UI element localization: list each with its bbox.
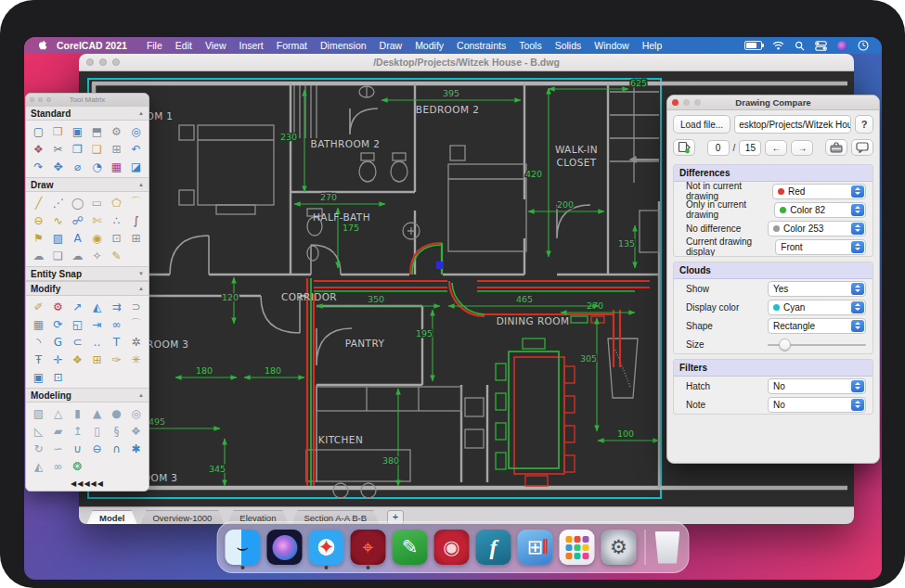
menu-item-dimension[interactable]: Dimension xyxy=(320,40,367,51)
section-collapse-icon[interactable]: ▲ xyxy=(138,110,144,116)
points-tool-icon[interactable]: ∴ xyxy=(107,211,126,229)
shape-popup[interactable]: Rectangle xyxy=(768,318,866,334)
print-setup-tool-icon[interactable]: ⚙ xyxy=(107,122,126,140)
menu-item-window[interactable]: Window xyxy=(594,40,628,51)
menu-item-solids[interactable]: Solids xyxy=(555,40,582,51)
redo-tool-icon[interactable]: ↷ xyxy=(29,158,48,175)
purge-tool-icon[interactable]: ⚙ xyxy=(48,298,68,315)
check-solid-tool-icon[interactable]: ❂ xyxy=(68,457,87,475)
deselect-box-tool-icon[interactable]: ⊡ xyxy=(48,368,68,386)
no-difference-popup[interactable]: Color 253 xyxy=(768,221,866,236)
comment-button[interactable] xyxy=(851,139,873,156)
menu-item-edit[interactable]: Edit xyxy=(175,40,192,51)
freeform-shape-tool-icon[interactable]: ✧ xyxy=(87,247,107,264)
sketch-tool-icon[interactable]: ✎ xyxy=(107,247,126,264)
loft-tool-icon[interactable]: ▯ xyxy=(87,422,107,440)
siri-icon[interactable] xyxy=(267,530,303,565)
menu-item-draw[interactable]: Draw xyxy=(380,40,403,51)
fillet-tool-icon[interactable]: ◝ xyxy=(29,333,48,351)
tab-overview-1000[interactable]: Overview-1000 xyxy=(139,510,225,524)
settings-icon[interactable]: ⚙ xyxy=(601,530,637,565)
edit-polyline-tool-icon[interactable]: ✑ xyxy=(107,351,126,368)
move-tool-icon[interactable]: ↗ xyxy=(68,298,87,315)
menu-item-insert[interactable]: Insert xyxy=(239,40,263,51)
rotate-tool-icon[interactable]: ⟳ xyxy=(48,315,68,333)
menu-item-help[interactable]: Help xyxy=(642,40,663,51)
corel-designer-icon[interactable]: ✎ xyxy=(393,530,428,565)
trim-tool-icon[interactable]: G xyxy=(48,333,68,351)
save-tool-icon[interactable]: ▣ xyxy=(68,122,87,140)
only-in-current-drawing-popup[interactable]: Color 82 xyxy=(774,202,866,218)
ellipse-tool-icon[interactable]: ⊖ xyxy=(29,211,48,229)
next-difference-button[interactable]: → xyxy=(791,140,813,156)
edit-arc-tool-icon[interactable]: ⌒ xyxy=(126,315,146,333)
section-collapse-icon[interactable]: ▲ xyxy=(138,286,144,291)
app-menu-title[interactable]: CorelCAD 2021 xyxy=(57,40,127,51)
compare-file-path-field[interactable]: esktop/Projects/Witzek House - A.dwg xyxy=(734,115,851,134)
menu-item-format[interactable]: Format xyxy=(277,40,307,51)
section-collapse-icon[interactable]: ▲ xyxy=(138,182,144,187)
section-header-standard[interactable]: Standard▲ xyxy=(26,106,149,121)
erase-tool-icon[interactable]: ✐ xyxy=(29,298,48,315)
cut-tool-icon[interactable]: ✂ xyxy=(48,140,68,158)
freehand-tool-icon[interactable]: ∫ xyxy=(126,211,146,229)
section-header-draw[interactable]: Draw▲ xyxy=(26,177,149,192)
polygon-tool-icon[interactable]: ⬠ xyxy=(107,194,126,211)
text-tool-icon[interactable]: A xyxy=(68,229,87,247)
launchpad-icon[interactable] xyxy=(560,530,595,565)
split-tool-icon[interactable]: ✛ xyxy=(48,351,68,368)
mesh-tool-icon[interactable]: ❖ xyxy=(126,422,146,440)
section-collapse-icon[interactable]: ▼ xyxy=(138,271,144,276)
arc-tool-icon[interactable]: ⌒ xyxy=(126,194,146,211)
hatch-popup[interactable]: No xyxy=(768,378,866,394)
union-tool-icon[interactable]: ∪ xyxy=(68,440,87,457)
corel-photo-icon[interactable]: ◉ xyxy=(434,530,470,565)
edit-solid-tool-icon[interactable]: ✱ xyxy=(126,440,146,457)
compare-toggle-button[interactable] xyxy=(673,139,695,156)
align-tool-icon[interactable]: ⇥ xyxy=(87,315,107,333)
zoom-dynamic-tool-icon[interactable]: ⌀ xyxy=(68,158,87,175)
print-tool-icon[interactable]: ⬒ xyxy=(87,122,107,140)
current-drawing-display-popup[interactable]: Front xyxy=(775,239,866,255)
layer-preview-tool-icon[interactable]: ◪ xyxy=(126,158,146,175)
print-preview-tool-icon[interactable]: ◎ xyxy=(126,122,146,140)
stamp-tool-icon[interactable]: ❖ xyxy=(29,140,48,158)
twist-tool-icon[interactable]: § xyxy=(107,422,126,440)
split-entity-tool-icon[interactable]: ✄ xyxy=(87,211,107,229)
boundary-tool-icon[interactable]: ⚑ xyxy=(29,229,48,247)
slab-tool-icon[interactable]: ▰ xyxy=(48,422,68,440)
edit-text-tool-icon[interactable]: T xyxy=(107,333,126,351)
circular-pattern-tool-icon[interactable]: ∞ xyxy=(107,315,126,333)
power-trim-tool-icon[interactable]: ⊂ xyxy=(68,333,87,351)
copy-tool-icon[interactable]: ❐ xyxy=(68,140,87,158)
pyramid-tool-icon[interactable]: △ xyxy=(48,404,68,422)
apple-menu[interactable] xyxy=(37,40,47,52)
wedge-tool-icon[interactable]: ◺ xyxy=(29,422,48,440)
sphere-tool-icon[interactable]: ● xyxy=(107,404,126,422)
current-difference-field[interactable]: 0 xyxy=(707,140,730,156)
arc-3point-tool-icon[interactable]: ☍ xyxy=(68,211,87,229)
search-icon[interactable] xyxy=(795,41,805,51)
paste-tool-icon[interactable]: ❑ xyxy=(87,140,107,158)
stretch-tool-icon[interactable]: Ŧ xyxy=(29,351,48,368)
battery-icon[interactable] xyxy=(744,41,762,50)
tab-model[interactable]: Model xyxy=(86,510,137,524)
compare-title-bar[interactable]: Drawing Compare xyxy=(667,96,879,110)
not-in-current-drawing-popup[interactable]: Red xyxy=(772,184,866,199)
help-button[interactable]: ? xyxy=(855,115,873,134)
undo-tool-icon[interactable]: ↶ xyxy=(126,140,146,158)
menu-item-view[interactable]: View xyxy=(205,40,226,51)
paste-special-tool-icon[interactable]: ⊞ xyxy=(107,140,126,158)
menu-item-tools[interactable]: Tools xyxy=(519,40,542,51)
spline-tool-icon[interactable]: ∿ xyxy=(48,211,68,229)
offset-tool-icon[interactable]: ⊃ xyxy=(126,298,146,315)
show-popup[interactable]: Yes xyxy=(768,281,866,297)
torus-tool-icon[interactable]: ◎ xyxy=(126,404,146,422)
wifi-icon[interactable] xyxy=(772,41,784,50)
edit-hatch-tool-icon[interactable]: ❖ xyxy=(68,351,87,368)
menu-item-file[interactable]: File xyxy=(147,40,162,51)
revision-cloud-tool-icon[interactable]: ☁ xyxy=(68,247,87,264)
trash-icon[interactable] xyxy=(654,531,681,564)
gap-tool-icon[interactable]: ‥ xyxy=(87,333,107,351)
size-slider[interactable] xyxy=(768,337,866,352)
